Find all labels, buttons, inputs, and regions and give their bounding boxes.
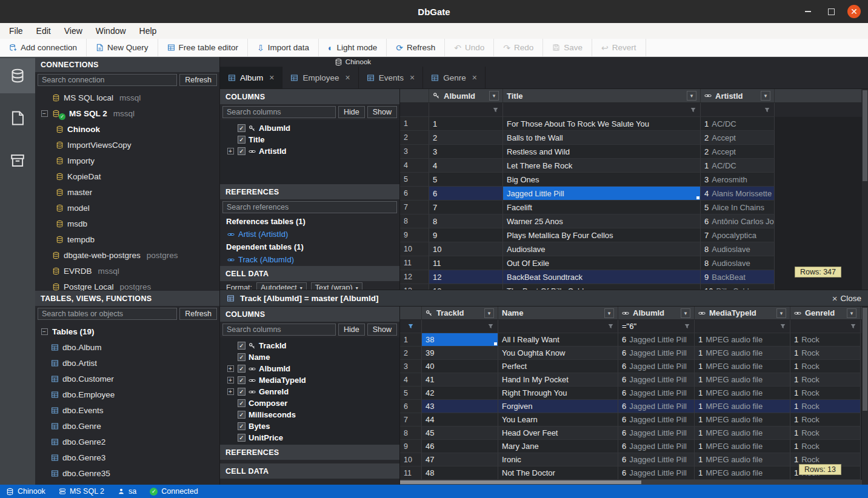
column-checkbox[interactable]: ✓ — [238, 147, 245, 155]
column-checkbox[interactable]: ✓ — [238, 376, 245, 384]
row-number[interactable]: 13 — [400, 284, 429, 290]
cell-genreid[interactable]: 1Rock — [790, 413, 861, 427]
cell-artistid[interactable]: 10Billy Cobham — [701, 284, 775, 290]
cell-albumid[interactable]: 6Jagged Little Pill — [618, 387, 695, 400]
cell-name[interactable]: Perfect — [498, 360, 618, 373]
cell-mediatypeid[interactable]: 1MPEG audio file — [695, 466, 790, 480]
row-number[interactable]: 1 — [400, 333, 422, 347]
menu-help[interactable]: Help — [133, 23, 164, 39]
column-header-title[interactable]: Title▾ — [503, 89, 701, 103]
cell-name[interactable]: You Learn — [498, 413, 618, 427]
cell-artistid[interactable]: 1AC/DC — [701, 117, 775, 131]
row-number[interactable]: 10 — [400, 242, 429, 256]
cell-genreid[interactable]: 1Rock — [790, 440, 861, 453]
cell-albumid[interactable]: 10 — [429, 242, 503, 256]
cell-albumid[interactable]: 8 — [429, 214, 503, 228]
cell-albumid[interactable]: 7 — [429, 201, 503, 214]
row-number[interactable]: 9 — [400, 228, 429, 242]
toolbar-add-connection[interactable]: Add connection — [0, 39, 87, 56]
column-checkbox[interactable]: ✓ — [238, 365, 245, 373]
close-window-icon[interactable]: ✕ — [847, 5, 861, 18]
tab-events[interactable]: Events× — [359, 67, 423, 88]
cell-mediatypeid[interactable]: 1MPEG audio file — [695, 413, 790, 427]
cell-artistid[interactable]: 3Aerosmith — [701, 173, 775, 187]
cell-mediatypeid[interactable]: 1MPEG audio file — [695, 427, 790, 440]
table-item-dbo-events[interactable]: dbo.Events — [35, 402, 219, 418]
cell-albumid[interactable]: 6Jagged Little Pill — [618, 347, 695, 360]
cell-mediatypeid[interactable]: 1MPEG audio file — [695, 333, 790, 347]
statusbar-database[interactable]: Chinook — [6, 487, 45, 496]
cell-name[interactable]: Head Over Feet — [498, 427, 618, 440]
column-header-mediatypeid[interactable]: MediaTypeId▾ — [695, 307, 790, 320]
filter-input-albumid[interactable]: ="6" — [618, 320, 695, 333]
row-number[interactable]: 3 — [400, 360, 422, 373]
cell-mediatypeid[interactable]: 1MPEG audio file — [695, 347, 790, 360]
cell-genreid[interactable]: 1Rock — [790, 427, 861, 440]
cell-albumid[interactable]: 6Jagged Little Pill — [618, 413, 695, 427]
references-search-input[interactable]: Search references — [222, 201, 397, 213]
cell-trackid[interactable]: 44 — [422, 413, 498, 427]
titlebar[interactable]: DbGate ✕ — [0, 0, 868, 23]
column-header-albumid[interactable]: AlbumId▾ — [618, 307, 695, 320]
cell-trackid[interactable]: 46 — [422, 440, 498, 453]
cell-mediatypeid[interactable]: 1MPEG audio file — [695, 440, 790, 453]
tab-close-icon[interactable]: × — [269, 73, 274, 82]
filter-input-genreid[interactable] — [790, 320, 861, 333]
column-checkbox[interactable]: ✓ — [238, 434, 245, 442]
menu-file[interactable]: File — [2, 23, 30, 39]
tab-close-icon[interactable]: × — [472, 73, 477, 82]
column-menu-chevron-icon[interactable]: ▾ — [604, 308, 614, 318]
row-number[interactable]: 9 — [400, 440, 422, 453]
row-number[interactable]: 8 — [400, 427, 422, 440]
column-item-genreid[interactable]: +✓GenreId — [220, 386, 399, 397]
column-menu-chevron-icon[interactable]: ▾ — [484, 308, 494, 318]
filter-input-trackid[interactable] — [422, 320, 498, 333]
row-number[interactable]: 4 — [400, 159, 429, 173]
cell-trackid[interactable]: 40 — [422, 360, 498, 373]
reference-link-artist[interactable]: Artist (ArtistId) — [220, 228, 399, 241]
column-header-albumid[interactable]: AlbumId▾ — [429, 89, 503, 103]
reference-close-button[interactable]: × Close — [832, 293, 861, 304]
cell-title[interactable]: Let There Be Rock — [503, 159, 701, 173]
collapse-toggle-icon[interactable]: − — [41, 328, 48, 335]
cell-genreid[interactable]: 1Rock — [790, 360, 861, 373]
row-number[interactable]: 2 — [400, 131, 429, 145]
column-checkbox[interactable]: ✓ — [238, 342, 245, 350]
cell-title[interactable]: For Those About To Rock We Salute You — [503, 117, 701, 131]
cell-name[interactable]: Ironic — [498, 453, 618, 466]
row-number[interactable]: 5 — [400, 387, 422, 400]
column-header-artistid[interactable]: ArtistId▾ — [701, 89, 775, 103]
cell-genreid[interactable]: 1Rock — [790, 400, 861, 413]
table-item-dbo-genre3[interactable]: dbo.Genre3 — [35, 450, 219, 465]
table-item-dbo-artist[interactable]: dbo.Artist — [35, 355, 219, 371]
cell-artistid[interactable]: 7Apocalyptica — [701, 228, 775, 242]
cell-title[interactable]: Audioslave — [503, 242, 701, 256]
filter-input-mediatypeid[interactable] — [695, 320, 790, 333]
connection-item-postgre-local[interactable]: Postgre Localpostgres — [35, 279, 219, 291]
column-checkbox[interactable]: ✓ — [238, 411, 245, 419]
row-number[interactable]: 6 — [400, 187, 429, 201]
tab-genre[interactable]: Genre× — [423, 67, 486, 88]
cell-mediatypeid[interactable]: 1MPEG audio file — [695, 387, 790, 400]
connection-item-model[interactable]: model — [35, 200, 219, 216]
cell-genreid[interactable]: 1Rock — [790, 387, 861, 400]
cell-trackid[interactable]: 45 — [422, 427, 498, 440]
cell-albumid[interactable]: 5 — [429, 173, 503, 187]
column-checkbox[interactable]: ✓ — [238, 399, 245, 407]
column-item-albumid[interactable]: +✓AlbumId — [220, 363, 399, 374]
activity-file-icon[interactable] — [0, 101, 35, 136]
expand-toggle-icon[interactable]: + — [227, 365, 234, 372]
cell-albumid[interactable]: 6Jagged Little Pill — [618, 333, 695, 347]
cell-mediatypeid[interactable]: 1MPEG audio file — [695, 453, 790, 466]
column-item-trackid[interactable]: ✓TrackId — [220, 340, 399, 351]
cell-name[interactable]: Hand In My Pocket — [498, 373, 618, 387]
minimize-button[interactable] — [801, 5, 815, 18]
toolbar-refresh[interactable]: ⟳Refresh — [387, 39, 445, 56]
column-item-bytes[interactable]: ✓Bytes — [220, 420, 399, 432]
vertical-scrollbar[interactable] — [862, 89, 868, 290]
tables-group[interactable]: −Tables (19) — [35, 324, 219, 339]
cell-trackid[interactable]: 48 — [422, 466, 498, 480]
cell-albumid[interactable]: 1 — [429, 117, 503, 131]
scrollbar-thumb[interactable] — [863, 308, 867, 411]
cell-albumid[interactable]: 13 — [429, 284, 503, 290]
